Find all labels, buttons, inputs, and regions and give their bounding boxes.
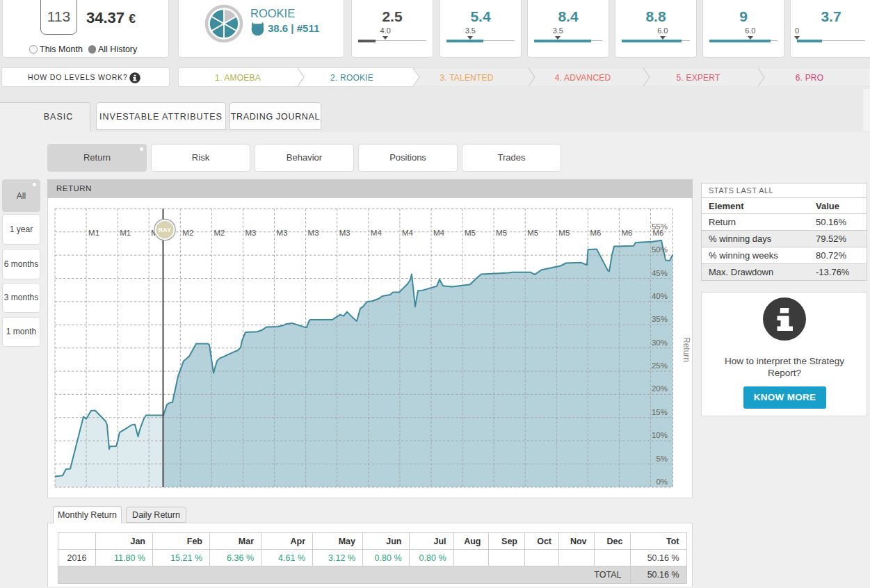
svg-text:50%: 50%	[652, 245, 668, 254]
svg-text:M3: M3	[339, 229, 351, 237]
svg-text:15%: 15%	[652, 408, 668, 416]
svg-text:25%: 25%	[652, 361, 668, 370]
svg-text:M1: M1	[88, 229, 99, 237]
svg-text:RAY: RAY	[159, 227, 172, 234]
svg-text:M2: M2	[214, 229, 225, 237]
svg-text:M6: M6	[621, 229, 632, 237]
svg-text:M5: M5	[558, 229, 570, 237]
svg-text:20%: 20%	[652, 384, 668, 393]
svg-text:45%: 45%	[652, 269, 668, 277]
svg-text:M6: M6	[590, 229, 601, 237]
svg-text:M5: M5	[496, 229, 507, 237]
svg-text:5%: 5%	[656, 455, 668, 463]
svg-text:M5: M5	[527, 229, 538, 237]
svg-text:M4: M4	[433, 229, 445, 237]
svg-text:30%: 30%	[652, 338, 668, 347]
svg-text:M4: M4	[402, 229, 414, 237]
svg-text:M5: M5	[465, 229, 476, 237]
svg-text:0%: 0%	[656, 477, 668, 486]
svg-text:Return: Return	[682, 337, 691, 362]
svg-text:55%: 55%	[652, 222, 668, 231]
svg-text:M2: M2	[182, 229, 193, 237]
svg-text:10%: 10%	[652, 431, 668, 439]
svg-text:M3: M3	[277, 229, 288, 237]
svg-text:M1: M1	[120, 229, 131, 237]
svg-text:M4: M4	[371, 229, 382, 237]
svg-text:35%: 35%	[652, 315, 668, 323]
svg-text:M3: M3	[308, 229, 319, 237]
svg-text:40%: 40%	[652, 292, 668, 300]
svg-text:M3: M3	[245, 229, 257, 237]
